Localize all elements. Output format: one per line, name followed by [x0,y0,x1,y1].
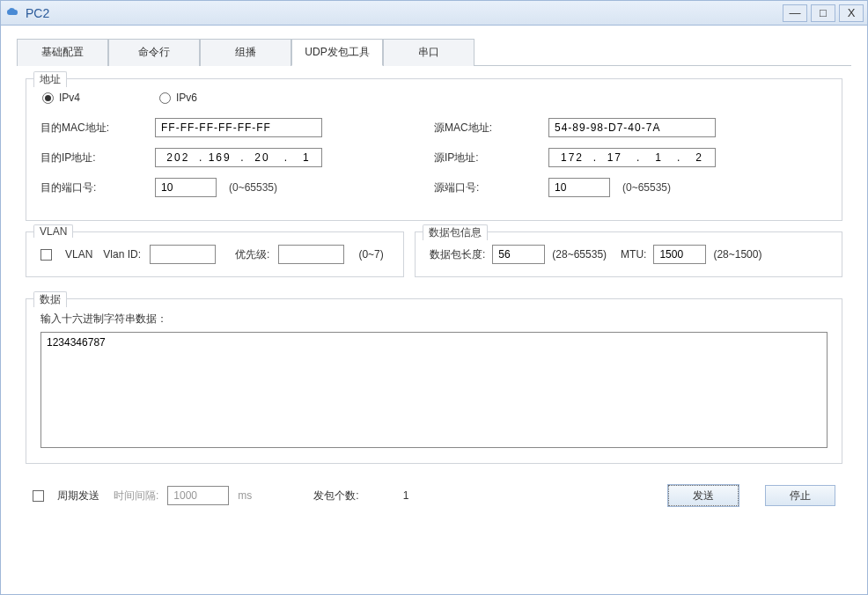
packet-length-hint: (28~65535) [552,248,607,261]
vlan-checkbox[interactable] [40,249,52,261]
dest-mac-input[interactable] [155,118,322,137]
ipv6-radio[interactable]: IPv6 [159,92,197,104]
app-logo-icon [4,5,20,21]
mtu-input[interactable] [653,245,706,264]
interval-label: 时间间隔: [114,488,158,503]
vlan-checkbox-label: VLAN [65,248,92,261]
dest-ip-label: 目的IP地址: [40,151,129,165]
src-port-hint: (0~65535) [622,181,671,194]
vlan-priority-hint: (0~7) [358,248,383,261]
send-count-value: 1 [403,489,409,502]
content-area: 基础配置 命令行 组播 UDP发包工具 串口 地址 IPv4 IPv6 [1,26,867,527]
ipv4-radio[interactable]: IPv4 [42,92,80,104]
interval-unit: ms [238,489,252,502]
tab-bar: 基础配置 命令行 组播 UDP发包工具 串口 [17,38,851,66]
dest-port-input[interactable] [155,178,217,197]
mtu-hint: (28~1500) [713,248,761,261]
app-window: PC2 — □ X 基础配置 命令行 组播 UDP发包工具 串口 地址 IPv4 [0,0,868,595]
src-port-label: 源端口号: [434,180,522,195]
src-ip-input[interactable] [548,148,716,167]
send-count-label: 发包个数: [313,488,358,503]
data-fieldset: 数据 输入十六进制字符串数据： [26,298,842,464]
vlan-priority-label: 优先级: [235,247,269,262]
titlebar: PC2 — □ X [1,1,867,26]
minimize-button[interactable]: — [783,4,807,22]
dest-port-hint: (0~65535) [229,181,277,194]
close-button[interactable]: X [839,4,864,22]
periodic-send-checkbox[interactable] [33,490,44,502]
radio-icon [42,92,54,104]
src-port-input[interactable] [548,178,610,197]
tab-multicast[interactable]: 组播 [200,39,291,66]
periodic-send-label: 周期发送 [57,488,99,503]
mtu-label: MTU: [621,248,646,261]
ipv6-radio-label: IPv6 [176,92,197,104]
packet-info-legend: 数据包信息 [423,224,488,240]
tab-udp-tool[interactable]: UDP发包工具 [291,39,383,66]
tab-serial[interactable]: 串口 [383,39,474,66]
tab-cli[interactable]: 命令行 [108,39,200,66]
address-fieldset: 地址 IPv4 IPv6 目的MAC地址: [26,78,842,221]
stop-button[interactable]: 停止 [765,485,835,506]
dest-mac-label: 目的MAC地址: [40,121,129,136]
address-legend: 地址 [33,71,67,87]
window-controls: — □ X [779,4,864,22]
src-mac-label: 源MAC地址: [434,121,522,136]
hex-data-textarea[interactable] [40,332,828,448]
dest-port-label: 目的端口号: [40,180,129,195]
packet-length-input[interactable] [492,245,545,264]
window-title: PC2 [26,6,779,20]
vlan-priority-input[interactable] [278,245,344,264]
ipv4-radio-label: IPv4 [59,92,80,104]
vlan-legend: VLAN [33,224,73,238]
vlan-id-label: Vlan ID: [103,248,141,261]
bottom-controls: 周期发送 时间间隔: ms 发包个数: 1 发送 停止 [26,474,842,510]
tab-basic-config[interactable]: 基础配置 [17,39,108,66]
hex-input-label: 输入十六进制字符串数据： [40,312,828,327]
interval-input[interactable] [167,486,229,505]
tab-body: 地址 IPv4 IPv6 目的MAC地址: [17,66,851,515]
send-button[interactable]: 发送 [668,485,739,506]
ip-version-radio-group: IPv4 IPv6 [40,92,828,104]
src-ip-label: 源IP地址: [434,151,522,165]
maximize-button[interactable]: □ [811,4,835,22]
data-legend: 数据 [33,291,67,307]
vlan-fieldset: VLAN VLAN Vlan ID: 优先级: (0~7) [26,231,404,277]
packet-length-label: 数据包长度: [430,247,485,262]
packet-info-fieldset: 数据包信息 数据包长度: (28~65535) MTU: (28~1500) [415,231,842,277]
src-mac-input[interactable] [548,118,716,137]
radio-icon [159,92,171,104]
vlan-id-input[interactable] [150,245,216,264]
dest-ip-input[interactable] [155,148,322,167]
